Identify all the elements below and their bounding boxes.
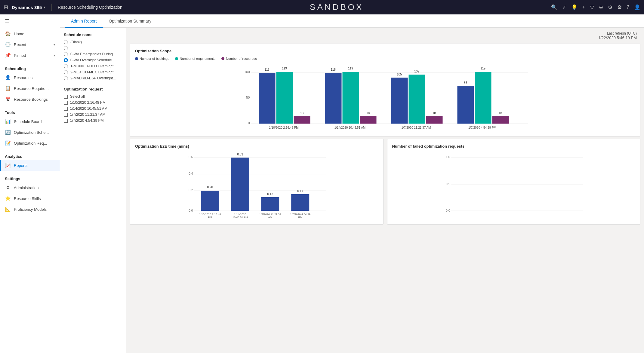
opt-schedule-icon: 🔄 xyxy=(5,130,11,135)
filter-req-1[interactable]: 1/10/2020 2:16:48 PM xyxy=(64,100,122,105)
topbar: ⊞ Dynamics 365 ▾ Resource Scheduling Opt… xyxy=(0,0,644,14)
sidebar-item-home[interactable]: 🏠 Home xyxy=(0,28,60,39)
failed-requests-chart: 1.0 0.5 0.0 xyxy=(392,152,636,218)
apps-grid-icon[interactable]: ⊞ xyxy=(4,4,8,11)
sidebar-item-optimization-schedule[interactable]: 🔄 Optimization Sche... xyxy=(0,127,60,138)
sidebar-item-recent[interactable]: 🕐 Recent ▾ xyxy=(0,39,60,50)
failed-requests-title: Number of failed optimization requests xyxy=(392,144,636,149)
sidebar-item-proficiency-models[interactable]: 📐 Proficiency Models xyxy=(0,204,60,215)
optimization-scope-chart: 100 50 0 118 119 18 1/ xyxy=(135,64,635,130)
optimization-scope-title: Optimization Scope xyxy=(135,49,635,53)
filter-req-select-all[interactable]: Select all xyxy=(64,94,122,99)
svg-text:1/7/2020 11:21:37: 1/7/2020 11:21:37 xyxy=(259,213,281,216)
filter-label-blank: (Blank) xyxy=(70,40,82,44)
svg-text:18: 18 xyxy=(300,112,304,115)
svg-text:1/7/2020 4:54:39: 1/7/2020 4:54:39 xyxy=(290,213,310,216)
resources-icon: 👤 xyxy=(5,75,11,80)
filter-schedule-blank[interactable]: (Blank) xyxy=(64,40,122,44)
radio-wa-emergency xyxy=(64,52,68,56)
svg-rect-50 xyxy=(261,197,279,211)
optimization-scope-legend: Number of bookings Number of requirement… xyxy=(135,57,635,60)
home-icon: 🏠 xyxy=(5,31,11,36)
tab-optimization-summary[interactable]: Optimization Summary xyxy=(103,14,158,28)
legend-label-resources: Number of resources xyxy=(226,57,257,60)
sidebar-item-optimization-request[interactable]: 📝 Optimization Req... xyxy=(0,138,60,149)
lightbulb-icon[interactable]: 💡 xyxy=(571,4,578,11)
sidebar-item-resource-bookings[interactable]: 📅 Resource Bookings xyxy=(0,94,60,105)
svg-text:0.17: 0.17 xyxy=(297,189,304,193)
svg-text:0.13: 0.13 xyxy=(267,192,273,196)
svg-rect-54 xyxy=(291,194,309,211)
svg-text:0.63: 0.63 xyxy=(237,153,243,156)
filter-schedule-wa-emergency[interactable]: 0-WA Emergencies During ... xyxy=(64,52,122,56)
svg-rect-13 xyxy=(325,73,342,124)
sidebar-item-schedule-board[interactable]: 📊 Schedule Board xyxy=(0,116,60,127)
svg-text:100: 100 xyxy=(244,70,250,74)
module-name: Resource Scheduling Optimization xyxy=(58,5,122,10)
recent-chevron-icon: ▾ xyxy=(54,43,55,46)
charts-header: Last refresh (UTC) 1/22/2020 5:46:19 PM xyxy=(126,28,644,41)
sidebar-label-bookings: Resource Bookings xyxy=(14,97,55,102)
topbar-icons: 🔍 ✓ 💡 + ▽ ⊕ ⚙ ⚙ ? 👤 xyxy=(551,4,640,11)
check-icon[interactable]: ✓ xyxy=(562,4,566,11)
svg-rect-22 xyxy=(426,116,443,124)
filter-schedule-mexico[interactable]: 2-MEXICO-MEX Overnight ... xyxy=(64,70,122,74)
add-icon[interactable]: + xyxy=(582,4,585,10)
svg-text:10:45:51 AM: 10:45:51 AM xyxy=(233,216,248,218)
filter-schedule-munich[interactable]: 1-MUNICH-DEU Overnight... xyxy=(64,64,122,68)
filter-schedule-madrid[interactable]: 2-MADRID-ESP Overnight... xyxy=(64,76,122,80)
filter-schedule-wa-overnight[interactable]: 0-WA Overnight Schedule xyxy=(64,58,122,62)
help-icon[interactable]: ? xyxy=(627,4,629,10)
sidebar-label-home: Home xyxy=(14,32,55,36)
filter-schedule-opt2[interactable] xyxy=(64,46,122,50)
filter-label-wa-overnight: 0-WA Overnight Schedule xyxy=(70,58,112,62)
filter-label-req-2: 1/14/2020 10:45:51 AM xyxy=(70,106,107,111)
gear-icon[interactable]: ⚙ xyxy=(617,4,622,11)
filter-label-req-1: 1/10/2020 2:16:48 PM xyxy=(70,100,106,105)
filter-label-select-all: Select all xyxy=(70,94,85,99)
svg-rect-7 xyxy=(276,72,293,124)
report-area: Schedule name (Blank) 0-WA Emergencies D… xyxy=(60,28,644,353)
svg-text:18: 18 xyxy=(366,112,370,115)
svg-rect-29 xyxy=(492,116,509,124)
svg-text:0: 0 xyxy=(248,121,250,125)
legend-resources: Number of resources xyxy=(221,57,257,60)
settings-icon[interactable]: ⚙ xyxy=(608,4,612,11)
sidebar-label-reports: Reports xyxy=(14,163,55,168)
svg-text:119: 119 xyxy=(480,67,485,70)
add-circle-icon[interactable]: ⊕ xyxy=(599,4,603,11)
sidebar-toggle[interactable]: ☰ xyxy=(0,14,60,28)
legend-bookings: Number of bookings xyxy=(135,57,169,60)
sidebar-item-reports[interactable]: 📈 Reports xyxy=(0,160,60,171)
filter-req-2[interactable]: 1/14/2020 10:45:51 AM xyxy=(64,106,122,111)
svg-text:0.0: 0.0 xyxy=(446,209,450,212)
search-icon[interactable]: 🔍 xyxy=(551,4,557,11)
brand-button[interactable]: Dynamics 365 ▾ xyxy=(12,5,45,10)
sidebar-item-resources[interactable]: 👤 Resources xyxy=(0,72,60,83)
sidebar-item-resource-requirements[interactable]: 📋 Resource Require... xyxy=(0,83,60,94)
optimization-scope-card: Optimization Scope Number of bookings Nu… xyxy=(130,44,640,137)
sidebar: ☰ 🏠 Home 🕐 Recent ▾ 📌 Pinned ▾ Schedulin… xyxy=(0,14,60,353)
radio-mexico xyxy=(64,70,68,74)
sidebar-item-pinned[interactable]: 📌 Pinned ▾ xyxy=(0,50,60,61)
schedule-board-icon: 📊 xyxy=(5,119,11,124)
sidebar-label-skills: Resource Skills xyxy=(14,196,55,201)
filter-req-3[interactable]: 1/7/2020 11:21:37 AM xyxy=(64,112,122,117)
svg-text:119: 119 xyxy=(282,67,287,70)
sidebar-label-schedule-board: Schedule Board xyxy=(14,119,55,124)
opt-request-icon: 📝 xyxy=(5,140,11,146)
sidebar-item-resource-skills[interactable]: ⭐ Resource Skills xyxy=(0,193,60,204)
sidebar-label-opt-request: Optimization Req... xyxy=(14,141,55,146)
svg-text:0.0: 0.0 xyxy=(189,209,193,212)
last-refresh-value: 1/22/2020 5:46:19 PM xyxy=(598,35,637,40)
filter-req-4[interactable]: 1/7/2020 4:54:39 PM xyxy=(64,118,122,123)
filter-icon[interactable]: ▽ xyxy=(590,4,594,11)
user-icon[interactable]: 👤 xyxy=(634,4,640,11)
pinned-icon: 📌 xyxy=(5,53,11,58)
tab-admin-report[interactable]: Admin Report xyxy=(65,14,103,28)
pinned-chevron-icon: ▾ xyxy=(54,54,55,57)
svg-rect-46 xyxy=(231,158,249,211)
svg-text:18: 18 xyxy=(499,112,502,115)
sidebar-item-administration[interactable]: ⚙ Administration xyxy=(0,182,60,193)
e2e-time-title: Optimization E2E time (mins) xyxy=(135,144,378,149)
